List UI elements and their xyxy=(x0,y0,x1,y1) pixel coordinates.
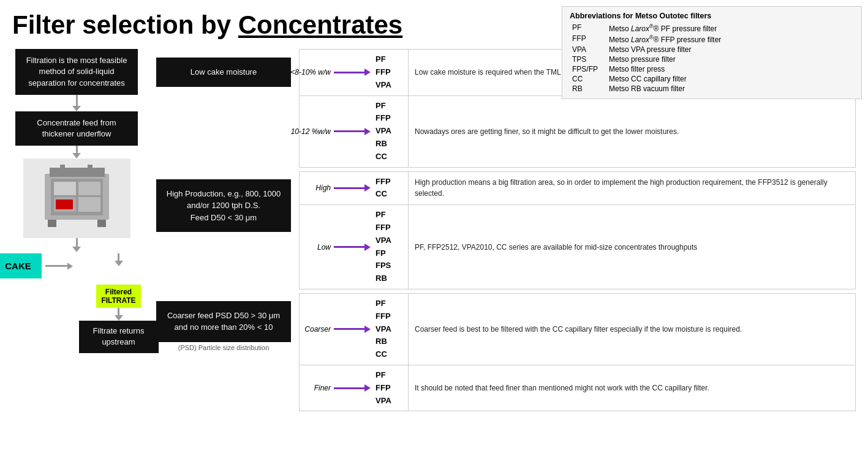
condition-block-2: Coarser feed PSD D50 > 30 μm and no more… xyxy=(153,301,294,414)
condition-sublabel-2: (PSD) Particle size distribution xyxy=(178,344,270,351)
purple-arrow-0-0 xyxy=(334,69,371,76)
outcome-codes-2-1: PF FFP VPA xyxy=(373,365,409,411)
abbrev-table: PFMetso Larox®® PF pressure filterFFPMet… xyxy=(570,23,854,94)
outcome-group-1: HighFFP CCHigh production means a big fi… xyxy=(299,171,856,289)
machine-illustration xyxy=(23,159,130,238)
down-arrow-filtrate2 xyxy=(115,308,123,321)
outcome-row-2-1: FinerPF FFP VPAIt should be noted that f… xyxy=(300,365,855,411)
main-diagram: Filtration is the most feasible method o… xyxy=(12,49,856,414)
spacer-1 xyxy=(141,49,153,414)
svg-rect-10 xyxy=(60,165,65,171)
abbrev-description: Metso Larox®® PF pressure filter xyxy=(606,23,854,34)
outcome-info-1-0: High production means a big filtration a… xyxy=(409,172,855,205)
outcome-codes-0-1: PF FFP VPA RB CC xyxy=(373,96,409,167)
svg-rect-1 xyxy=(50,168,105,177)
purple-arrow-2-1 xyxy=(334,384,371,392)
abbrev-code: TPS xyxy=(570,54,606,64)
down-arrow-filtrate xyxy=(115,253,123,266)
outcome-arrow-area-2-0: Coarser xyxy=(300,294,373,365)
abbrev-code: PF xyxy=(570,23,606,34)
abbrev-row: RBMetso RB vacuum filter xyxy=(570,84,854,94)
abbrev-title: Abbreviations for Metso Outotec filters xyxy=(570,12,854,20)
abbrev-row: FFPMetso Larox®® FFP pressure filter xyxy=(570,34,854,45)
down-arrow-2 xyxy=(72,146,81,159)
condition-block-0: Low cake moisture xyxy=(153,58,294,171)
abbrev-row: FPS/FPMetso filter press xyxy=(570,64,854,74)
abbrev-row: CCMetso CC capillary filter xyxy=(570,74,854,84)
outcome-info-2-1: It should be noted that feed finer than … xyxy=(409,365,855,411)
filtrate-box: Filtered FILTRATE xyxy=(96,285,140,308)
cake-box: CAKE xyxy=(0,253,42,278)
outcome-row-1-0: HighFFP CCHigh production means a big fi… xyxy=(300,172,855,205)
outcome-info-0-1: Nowadays ores are getting finer, so it m… xyxy=(409,96,855,167)
outcome-arrow-area-1-0: High xyxy=(300,172,373,205)
condition-box-1: High Production, e.g., 800, 1000 and/or … xyxy=(156,179,291,233)
outcome-range-label-1-0: High xyxy=(315,184,331,192)
spacer-2 xyxy=(294,49,299,414)
outcome-range-label-2-1: Finer xyxy=(314,384,331,392)
outcome-row-1-1: LowPF FFP VPA FP FPS RBPF, FFP2512, VPA2… xyxy=(300,204,855,289)
machine-svg xyxy=(26,162,127,235)
abbrev-code: CC xyxy=(570,74,606,84)
abbrev-code: FPS/FP xyxy=(570,64,606,74)
condition-box-0: Low cake moisture xyxy=(156,58,291,87)
outcome-range-label-1-1: Low xyxy=(317,243,331,252)
abbrev-code: VPA xyxy=(570,45,606,54)
outcome-codes-1-0: FFP CC xyxy=(373,172,409,205)
abbrev-row: VPAMetso VPA pressure filter xyxy=(570,45,854,54)
outcomes-section: <8-10% w/wPF FFP VPALow cake moisture is… xyxy=(299,49,856,414)
outcome-arrow-area-1-1: Low xyxy=(300,205,373,289)
abbrev-code: RB xyxy=(570,84,606,94)
abbrev-row: TPSMetso pressure filter xyxy=(570,54,854,64)
svg-rect-4 xyxy=(78,182,100,195)
conditions-section: Low cake moistureHigh Production, e.g., … xyxy=(153,49,294,414)
outcome-arrow-area-0-0: <8-10% w/w xyxy=(300,50,373,95)
down-arrow-1 xyxy=(72,95,81,111)
outcome-row-2-0: CoarserPF FFP VPA RB CCCoarser feed is b… xyxy=(300,294,855,365)
condition-box-2: Coarser feed PSD D50 > 30 μm and no more… xyxy=(156,301,291,342)
abbrev-description: Metso CC capillary filter xyxy=(606,74,854,84)
svg-rect-9 xyxy=(97,220,106,227)
svg-rect-6 xyxy=(78,197,100,212)
outcome-row-0-1: 10-12 %w/wPF FFP VPA RB CCNowadays ores … xyxy=(300,95,855,167)
condition-block-1: High Production, e.g., 800, 1000 and/or … xyxy=(153,179,294,293)
svg-rect-7 xyxy=(56,200,73,209)
abbreviations-box: Abbreviations for Metso Outotec filters … xyxy=(562,6,862,99)
cake-area: CAKE xyxy=(0,253,73,278)
feed-box: Concentrate feed from thickener underflo… xyxy=(15,111,138,146)
outcome-range-label-0-1: 10-12 %w/w xyxy=(291,127,331,136)
abbrev-description: Metso Larox®® FFP pressure filter xyxy=(606,34,854,45)
cake-right-arrow xyxy=(45,263,73,270)
purple-arrow-1-0 xyxy=(334,184,371,192)
outcome-info-2-0: Coarser feed is best to be filtered with… xyxy=(409,294,855,365)
abbrev-description: Metso RB vacuum filter xyxy=(606,84,854,94)
purple-arrow-2-0 xyxy=(334,326,371,333)
outcome-range-label-2-0: Coarser xyxy=(304,325,331,334)
svg-rect-3 xyxy=(54,182,76,195)
outcome-info-1-1: PF, FFP2512, VPA2010, CC series are avai… xyxy=(409,205,855,289)
purple-arrow-1-1 xyxy=(334,244,371,251)
intro-box: Filtration is the most feasible method o… xyxy=(15,49,138,95)
cake-filtrate-row: CAKE Filtered FILTRATE xyxy=(0,253,159,352)
outcome-range-label-0-0: <8-10% w/w xyxy=(290,68,331,76)
outcome-arrow-area-0-1: 10-12 %w/w xyxy=(300,96,373,167)
outcome-arrow-area-2-1: Finer xyxy=(300,365,373,411)
left-process-section: Filtration is the most feasible method o… xyxy=(12,49,141,414)
svg-rect-11 xyxy=(88,165,92,171)
outcome-codes-2-0: PF FFP VPA RB CC xyxy=(373,294,409,365)
svg-rect-8 xyxy=(48,220,56,227)
abbrev-description: Metso filter press xyxy=(606,64,854,74)
abbrev-code: FFP xyxy=(570,34,606,45)
down-arrow-3 xyxy=(72,238,81,252)
outcome-codes-0-0: PF FFP VPA xyxy=(373,50,409,95)
outcome-codes-1-1: PF FFP VPA FP FPS RB xyxy=(373,205,409,289)
outcome-group-2: CoarserPF FFP VPA RB CCCoarser feed is b… xyxy=(299,293,856,411)
abbrev-row: PFMetso Larox®® PF pressure filter xyxy=(570,23,854,34)
page: Filter selection by Concentrates Abbrevi… xyxy=(0,0,868,470)
abbrev-description: Metso pressure filter xyxy=(606,54,854,64)
purple-arrow-0-1 xyxy=(334,128,371,135)
abbrev-description: Metso VPA pressure filter xyxy=(606,45,854,54)
